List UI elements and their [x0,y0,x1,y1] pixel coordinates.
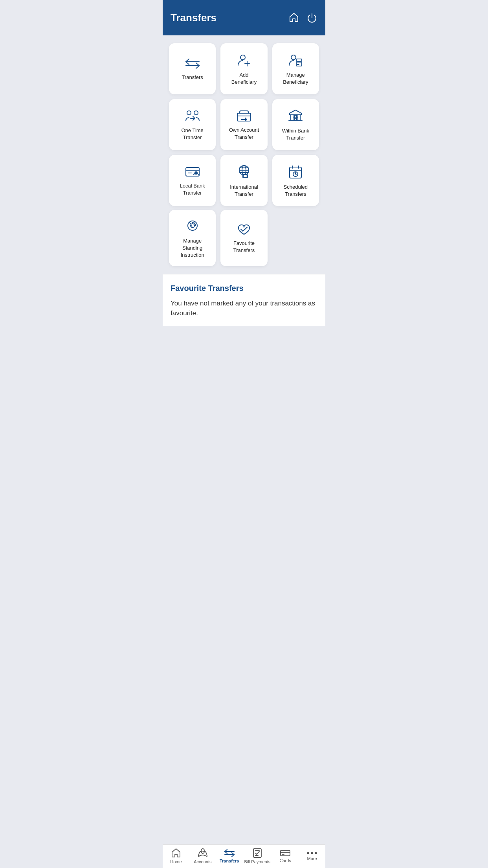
manage-beneficiary-icon [288,53,303,67]
svg-rect-48 [281,850,290,856]
svg-rect-16 [291,115,293,120]
within-bank-transfer-label: Within BankTransfer [282,127,309,142]
nav-home-label: Home [170,859,182,864]
svg-point-42 [201,849,204,852]
scroll-content: Transfers AddBeneficiary [163,35,325,868]
svg-point-53 [315,852,317,854]
nav-item-bill-payments[interactable]: Bill Payments [244,848,271,864]
scheduled-transfers-label: ScheduledTransfers [284,184,308,198]
grid-item-local-bank-transfer[interactable]: Local BankTransfer [169,155,216,206]
nav-home-icon [171,848,181,858]
bottom-navigation: Home Accounts Transfers [163,844,325,868]
nav-item-accounts[interactable]: Accounts [191,848,215,864]
grid-row-1: Transfers AddBeneficiary [169,43,319,94]
grid-row-4: $ ManageStandingInstruction FavouriteTra… [169,210,319,266]
local-bank-transfer-label: Local BankTransfer [180,182,205,197]
own-account-transfer-label: Own AccountTransfer [229,127,259,141]
nav-cards-label: Cards [279,858,291,863]
nav-item-more[interactable]: More [300,851,324,861]
scheduled-transfers-icon [288,165,303,179]
svg-point-2 [240,55,245,60]
own-account-transfer-icon [237,110,251,122]
manage-standing-instruction-label: ManageStandingInstruction [181,237,204,259]
favourite-section-title: Favourite Transfers [171,284,317,293]
svg-rect-18 [298,115,300,120]
svg-point-11 [194,111,198,115]
grid-item-manage-standing-instruction[interactable]: $ ManageStandingInstruction [169,210,216,266]
svg-point-5 [291,55,296,60]
svg-point-51 [307,852,309,854]
international-transfer-label: InternationalTransfer [230,184,258,198]
transfers-icon [185,58,200,69]
favourite-section-message: You have not marked any of your transact… [171,298,317,318]
within-bank-transfer-icon [288,109,303,123]
nav-bill-payments-icon [253,848,262,858]
local-bank-transfer-icon [185,166,200,178]
app-header: Transfers [163,0,325,35]
grid-row-2: One TimeTransfer Own AccountTransfer [169,99,319,150]
favourite-transfers-label: FavouriteTransfers [233,240,255,254]
grid-section: Transfers AddBeneficiary [163,35,325,210]
favourite-section: Favourite Transfers You have not marked … [163,274,325,326]
grid-item-within-bank-transfer[interactable]: Within BankTransfer [272,99,319,150]
grid-item-favourite-transfers[interactable]: FavouriteTransfers [220,210,267,266]
grid-item-scheduled-transfers[interactable]: ScheduledTransfers [272,155,319,206]
one-time-transfer-icon [185,110,200,122]
nav-item-cards[interactable]: Cards [273,849,297,863]
nav-more-icon [307,851,317,855]
nav-item-home[interactable]: Home [164,848,188,864]
grid-item-one-time-transfer[interactable]: One TimeTransfer [169,99,216,150]
favourite-transfers-icon [237,223,251,235]
svg-text:$: $ [191,224,193,228]
page-title: Transfers [171,12,216,24]
grid-row-3: Local BankTransfer InternationalT [169,155,319,206]
grid-item-international-transfer[interactable]: InternationalTransfer [220,155,267,206]
header-actions [288,12,317,23]
grid-item-manage-beneficiary[interactable]: ManageBeneficiary [272,43,319,94]
one-time-transfer-label: One TimeTransfer [181,127,203,141]
nav-accounts-label: Accounts [194,859,211,864]
nav-item-transfers[interactable]: Transfers [218,849,241,863]
grid-item-transfers[interactable]: Transfers [169,43,216,94]
manage-standing-instruction-icon: $ [185,219,200,233]
nav-cards-icon [280,849,290,857]
grid-item-own-account-transfer[interactable]: Own AccountTransfer [220,99,267,150]
add-beneficiary-label: AddBeneficiary [231,72,257,86]
international-transfer-icon [237,165,251,179]
power-icon[interactable] [306,12,317,23]
grid-item-add-beneficiary[interactable]: AddBeneficiary [220,43,267,94]
grid-row-4-wrapper: $ ManageStandingInstruction FavouriteTra… [163,210,325,274]
nav-transfers-label: Transfers [220,859,239,863]
nav-bill-payments-label: Bill Payments [244,859,271,864]
nav-accounts-icon [198,848,208,858]
svg-point-10 [187,111,191,115]
home-icon[interactable] [288,12,299,23]
svg-line-40 [189,223,191,224]
nav-transfers-icon [224,849,235,857]
add-beneficiary-icon [237,53,251,67]
transfers-label: Transfers [182,74,203,81]
manage-beneficiary-label: ManageBeneficiary [283,72,308,86]
nav-more-label: More [307,856,317,861]
svg-rect-21 [186,167,199,176]
svg-point-52 [311,852,313,854]
